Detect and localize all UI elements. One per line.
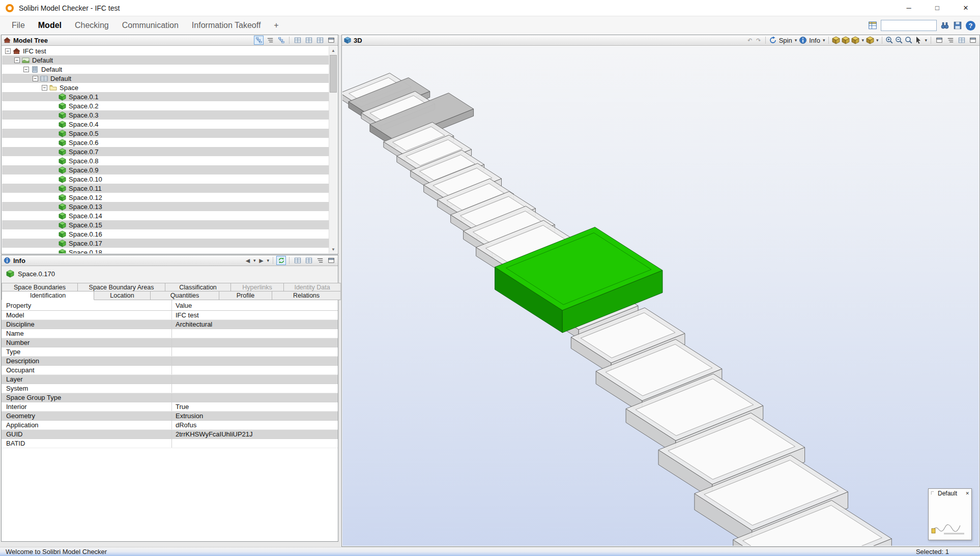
- tree-expander[interactable]: −: [5, 48, 11, 54]
- scroll-thumb[interactable]: [330, 55, 337, 93]
- menu-item-file[interactable]: File: [5, 16, 32, 35]
- section-box-icon[interactable]: [851, 36, 859, 44]
- tree-row[interactable]: Space.0.8: [2, 156, 329, 165]
- tree-row[interactable]: Space.0.12: [2, 193, 329, 202]
- info-mode-label[interactable]: Info: [809, 37, 820, 44]
- tree-row[interactable]: −Default: [2, 55, 329, 65]
- zoom-fit-icon[interactable]: [905, 36, 913, 44]
- spin-label[interactable]: Spin: [779, 37, 792, 44]
- tree-row[interactable]: Space.0.18: [2, 248, 329, 253]
- tree-row[interactable]: Space.0.14: [2, 211, 329, 220]
- tree-row[interactable]: Space.0.15: [2, 220, 329, 229]
- redo-icon[interactable]: ↷: [755, 37, 762, 44]
- menu-item-checking[interactable]: Checking: [68, 16, 116, 35]
- mini-panel-titlebar[interactable]: Default ✕: [929, 489, 971, 498]
- scroll-down-button[interactable]: ▼: [329, 245, 337, 253]
- section-dropdown[interactable]: ▾: [861, 38, 864, 43]
- duplicate-view-icon[interactable]: [934, 36, 944, 45]
- collapse-branch-icon[interactable]: [315, 36, 325, 45]
- tree-row[interactable]: Space.0.4: [2, 120, 329, 129]
- help-icon[interactable]: ?: [966, 21, 975, 31]
- zoom-in-icon[interactable]: [885, 36, 893, 44]
- tab-space-boundary-areas[interactable]: Space Boundary Areas: [78, 283, 165, 291]
- pointer-icon[interactable]: [914, 36, 923, 44]
- menu-item-model[interactable]: Model: [32, 16, 68, 35]
- expand-branch-icon[interactable]: [304, 36, 313, 45]
- tree-row[interactable]: Space.0.2: [2, 101, 329, 110]
- tab-location[interactable]: Location: [94, 291, 151, 300]
- show-table-icon[interactable]: [293, 256, 302, 265]
- scroll-up-button[interactable]: ▲: [329, 46, 337, 54]
- tree-expander[interactable]: −: [42, 85, 47, 91]
- tree-row[interactable]: Space.0.1: [2, 92, 329, 101]
- tree-row[interactable]: Space.0.6: [2, 138, 329, 147]
- tab-relations[interactable]: Relations: [272, 291, 341, 300]
- save-icon[interactable]: [953, 21, 962, 30]
- info-mode-icon[interactable]: [799, 36, 807, 44]
- show-table-icon[interactable]: [293, 36, 302, 45]
- menu-item--[interactable]: +: [267, 16, 285, 35]
- tree-expander[interactable]: −: [14, 57, 20, 63]
- close-button[interactable]: ✕: [952, 0, 980, 16]
- tree-row[interactable]: −Space: [2, 83, 329, 92]
- tree-hierarchy-icon[interactable]: [276, 36, 286, 45]
- property-value: Architectural: [171, 320, 338, 329]
- maximize-button[interactable]: □: [923, 0, 952, 16]
- tree-row[interactable]: Space.0.11: [2, 184, 329, 193]
- isolate-component-icon[interactable]: [832, 36, 840, 44]
- tab-quantities[interactable]: Quantities: [151, 291, 219, 300]
- tree-label: Space.0.15: [69, 221, 102, 229]
- property-row: GeometryExtrusion: [2, 412, 338, 421]
- tree-structure-icon[interactable]: [265, 36, 275, 45]
- menu-item-information-takeoff[interactable]: Information Takeoff: [185, 16, 268, 35]
- tab-profile[interactable]: Profile: [219, 291, 272, 300]
- tree-row[interactable]: Space.0.3: [2, 110, 329, 120]
- spin-dropdown[interactable]: ▾: [795, 38, 797, 43]
- forward-history-dropdown[interactable]: ▾: [267, 258, 269, 263]
- tab-identification[interactable]: Identification: [2, 291, 94, 300]
- report-icon[interactable]: [304, 256, 313, 265]
- quick-table-icon[interactable]: [868, 21, 877, 30]
- transparency-icon[interactable]: [866, 36, 874, 44]
- info-mode-dropdown[interactable]: ▾: [823, 38, 825, 43]
- minimize-button[interactable]: ─: [895, 0, 923, 16]
- float-panel-icon[interactable]: [968, 36, 977, 45]
- float-panel-icon[interactable]: [326, 36, 336, 45]
- float-panel-icon[interactable]: [326, 256, 336, 265]
- spin-icon[interactable]: [769, 36, 777, 44]
- default-mini-panel[interactable]: Default ✕: [928, 488, 972, 540]
- 3d-viewport[interactable]: Default ✕: [342, 46, 979, 546]
- zoom-dropdown[interactable]: ▾: [925, 38, 927, 43]
- zoom-out-icon[interactable]: [895, 36, 903, 44]
- back-button[interactable]: ◀: [244, 257, 251, 264]
- tree-row[interactable]: −Default: [2, 65, 329, 74]
- find-icon[interactable]: [940, 21, 949, 30]
- model-tree-scrollbar[interactable]: ▲ ▼: [329, 46, 337, 253]
- tab-classification[interactable]: Classification: [165, 283, 231, 291]
- tree-expander[interactable]: −: [33, 76, 38, 81]
- tree-row[interactable]: Space.0.7: [2, 147, 329, 156]
- tree-row[interactable]: Space.0.5: [2, 129, 329, 138]
- tree-row[interactable]: Space.0.13: [2, 202, 329, 211]
- tree-row[interactable]: Space.0.10: [2, 174, 329, 184]
- forward-button[interactable]: ▶: [257, 257, 265, 264]
- back-history-dropdown[interactable]: ▾: [253, 258, 256, 263]
- settings-icon[interactable]: [315, 256, 325, 265]
- auto-update-icon[interactable]: [276, 256, 286, 265]
- tree-row[interactable]: −Default: [2, 74, 329, 83]
- tab-space-boundaries[interactable]: Space Boundaries: [2, 283, 78, 291]
- section-plane-icon[interactable]: [842, 36, 850, 44]
- tree-row[interactable]: Space.0.16: [2, 229, 329, 239]
- menu-item-communication[interactable]: Communication: [116, 16, 185, 35]
- tree-expander[interactable]: −: [23, 67, 29, 72]
- undo-icon[interactable]: ↶: [746, 37, 754, 44]
- layers-icon[interactable]: [945, 36, 955, 45]
- search-input[interactable]: [881, 20, 937, 31]
- tree-row[interactable]: −IFC test: [2, 46, 329, 55]
- tree-row[interactable]: Space.0.9: [2, 165, 329, 174]
- visualization-dropdown[interactable]: ▾: [876, 38, 879, 43]
- tree-selection-mode-icon[interactable]: [254, 36, 264, 45]
- grid-icon[interactable]: [957, 36, 966, 45]
- tree-row[interactable]: Space.0.17: [2, 239, 329, 248]
- mini-panel-close-icon[interactable]: ✕: [965, 491, 969, 496]
